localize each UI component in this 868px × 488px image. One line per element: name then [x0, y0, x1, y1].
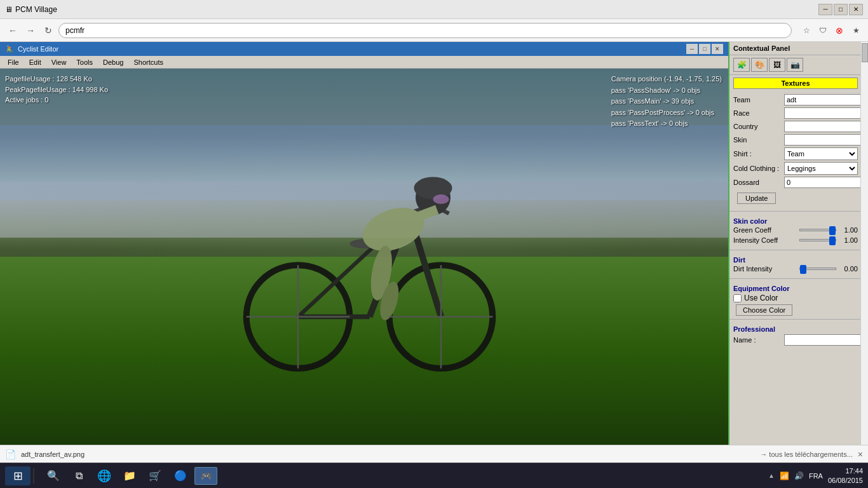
panel-toolbar: 🧩 🎨 🖼 📷 — [729, 55, 862, 75]
shield-icon[interactable]: 🛡 — [816, 24, 830, 37]
cold-clothing-select[interactable]: Leggings None Full — [784, 162, 858, 175]
game-favicon: 🚴 — [5, 45, 14, 53]
dirt-intensity-row: Dirt Intensity 0.00 — [733, 265, 858, 273]
dossard-input[interactable] — [784, 177, 868, 188]
dirt-title: Dirt — [733, 256, 858, 264]
professional-title: Professional — [733, 325, 858, 333]
camera-position-text: Camera position (-1.94, -1.75, 1.25) — [611, 74, 722, 85]
choose-color-button[interactable]: Choose Color — [736, 304, 792, 316]
race-input[interactable] — [784, 107, 868, 119]
menu-view[interactable]: View — [46, 57, 72, 67]
browser-nav: ← → ↻ ☆ 🛡 ⊗ ★ — [0, 19, 868, 42]
taskbar-game-btn[interactable]: 🎮 — [194, 467, 217, 485]
download-close-btn[interactable]: × — [858, 449, 863, 459]
skin-field-row: Skin — [733, 134, 858, 146]
bookmark-icon[interactable]: ★ — [849, 24, 863, 37]
browser-maximize-btn[interactable]: □ — [834, 4, 848, 15]
menu-shortcuts[interactable]: Shortcuts — [128, 57, 168, 67]
green-coeff-track[interactable] — [799, 229, 836, 231]
taskbar-chrome-btn[interactable]: 🔵 — [169, 467, 192, 485]
speaker-icon: 🔊 — [794, 471, 804, 480]
game-title: Cyclist Editor — [18, 45, 58, 53]
professional-section: Professional Name : — [729, 322, 862, 349]
dirt-intensity-thumb[interactable] — [800, 265, 806, 274]
race-label: Race — [733, 109, 784, 117]
skin-color-title: Skin color — [733, 217, 858, 225]
menu-debug[interactable]: Debug — [98, 57, 128, 67]
intensity-coeff-value: 1.00 — [839, 236, 858, 244]
address-bar[interactable] — [58, 23, 792, 38]
download-bar: 📄 adt_transfert_av.png → tous les téléch… — [0, 445, 868, 463]
taskbar-taskview-btn[interactable]: ⧉ — [67, 467, 90, 485]
dirt-section: Dirt Dirt Intensity 0.00 — [729, 252, 862, 276]
country-label: Country — [733, 123, 784, 130]
dirt-intensity-value: 0.00 — [839, 265, 858, 273]
image-tool-btn[interactable]: 🖼 — [769, 58, 785, 72]
menu-edit[interactable]: Edit — [24, 57, 46, 67]
intensity-coeff-track[interactable] — [799, 239, 836, 241]
intensity-coeff-row: Intensity Coeff 1.00 — [733, 236, 858, 244]
download-text: → tous les téléchargements... — [760, 451, 853, 458]
info-overlay: PagefileUsage : 128 548 Ko PeakPagefileU… — [5, 74, 108, 105]
update-button[interactable]: Update — [737, 193, 776, 204]
game-viewport[interactable]: PagefileUsage : 128 548 Ko PeakPagefileU… — [0, 69, 728, 445]
taskbar-edge-btn[interactable]: 🌐 — [93, 467, 116, 485]
back-button[interactable]: ← — [5, 23, 20, 38]
star-icon[interactable]: ☆ — [799, 24, 813, 37]
browser-close-btn[interactable]: ✕ — [849, 4, 863, 15]
panel-header: Contextual Panel — [729, 42, 862, 55]
green-coeff-thumb[interactable] — [829, 226, 836, 235]
country-input[interactable] — [784, 121, 868, 132]
stop-icon[interactable]: ⊗ — [832, 24, 846, 37]
pass-shadow-text: pass 'PassShadow' -> 0 objs — [611, 85, 722, 97]
taskbar-store-btn[interactable]: 🛒 — [144, 467, 166, 485]
taskbar-items: 🔍 ⧉ 🌐 📁 🛒 🔵 🎮 — [42, 467, 768, 485]
game-close-btn[interactable]: ✕ — [712, 44, 723, 54]
clock-date: 06/08/2015 — [828, 476, 863, 485]
skin-input[interactable] — [784, 134, 868, 146]
panel-active-tab: Textures — [733, 78, 858, 89]
equipment-color-section: Equipment Color Use Color Choose Color — [729, 281, 862, 317]
dirt-intensity-track[interactable] — [799, 268, 836, 270]
browser-minimize-btn[interactable]: ─ — [818, 4, 832, 15]
network-icon: 📶 — [780, 471, 789, 480]
game-minimize-btn[interactable]: ─ — [686, 44, 698, 54]
taskbar-files-btn[interactable]: 📁 — [118, 467, 141, 485]
taskbar-search-btn[interactable]: 🔍 — [42, 467, 65, 485]
skin-color-section: Skin color Green Coeff 1.00 Intensity Co… — [729, 214, 862, 248]
name-field-row: Name : — [733, 334, 858, 346]
green-coeff-row: Green Coeff 1.00 — [733, 226, 858, 234]
menu-tools[interactable]: Tools — [71, 57, 98, 67]
team-input[interactable] — [784, 94, 868, 105]
dossard-label: Dossard — [733, 179, 784, 186]
green-coeff-value: 1.00 — [839, 226, 858, 234]
browser-favicon: 🖥 — [5, 5, 13, 14]
menu-file[interactable]: File — [3, 57, 24, 67]
pass-main-text: pass 'PassMain' -> 39 objs — [611, 96, 722, 107]
taskbar: ⊞ 🔍 ⧉ 🌐 📁 🛒 🔵 🎮 ▲ 📶 🔊 FRA 17:44 06/08/20… — [0, 463, 868, 488]
shirt-label: Shirt : — [733, 150, 784, 158]
cold-clothing-field-row: Cold Clothing : Leggings None Full — [733, 162, 858, 175]
equipment-color-title: Equipment Color — [733, 285, 858, 292]
camera-tool-btn[interactable]: 📷 — [787, 58, 803, 72]
intensity-coeff-thumb[interactable] — [829, 236, 836, 245]
cold-clothing-label: Cold Clothing : — [733, 165, 784, 172]
shirt-select[interactable]: Team Race Country — [784, 147, 858, 160]
pass-postprocess-text: pass 'PassPostProcess' -> 0 objs — [611, 107, 722, 119]
team-label: Team — [733, 96, 784, 104]
use-color-row: Use Color — [733, 294, 858, 302]
game-maximize-btn[interactable]: □ — [699, 44, 710, 54]
contextual-panel: Contextual Panel 🧩 🎨 🖼 📷 Textures Team — [728, 42, 868, 445]
palette-tool-btn[interactable]: 🎨 — [751, 58, 768, 72]
name-input[interactable] — [784, 334, 868, 346]
start-button[interactable]: ⊞ — [5, 466, 31, 485]
browser-titlebar: 🖥 PCM Village ─ □ ✕ — [0, 0, 868, 19]
forward-button[interactable]: → — [23, 23, 38, 38]
use-color-checkbox[interactable] — [733, 294, 742, 302]
puzzle-tool-btn[interactable]: 🧩 — [733, 58, 750, 72]
peak-pagefileusage-text: PeakPagefileUsage : 144 998 Ko — [5, 85, 108, 95]
green-coeff-label: Green Coeff — [733, 226, 797, 234]
race-field-row: Race — [733, 107, 858, 119]
refresh-button[interactable]: ↻ — [41, 23, 56, 38]
svg-point-14 — [433, 194, 449, 204]
